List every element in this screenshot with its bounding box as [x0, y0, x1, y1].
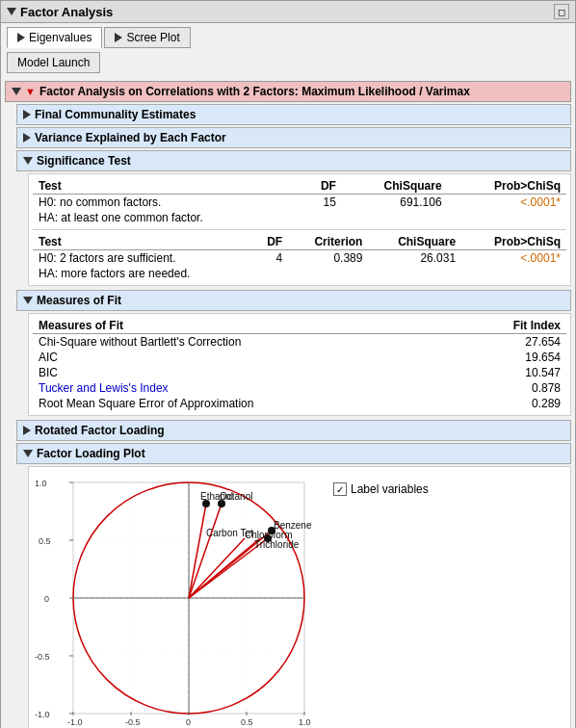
main-section-header[interactable]: ▼ Factor Analysis on Correlations with 2… [5, 81, 571, 102]
sig2-row2-df [252, 266, 289, 281]
rotated-factor-icon [23, 426, 31, 435]
measures-icon [23, 297, 33, 304]
sig1-row1-test: H0: no common factors. [33, 195, 301, 211]
plot-inner: Ethanol Octanol Benzene Carbon Tet Trich… [35, 473, 564, 728]
tab-scree-label: Scree Plot [126, 31, 179, 44]
sig2-col-df: DF [252, 234, 289, 250]
factor-loading-plot-label: Factor Loading Plot [37, 447, 145, 460]
tab-eigenvalues[interactable]: Eigenvalues [7, 27, 102, 48]
main-section-label: Factor Analysis on Correlations with 2 F… [39, 85, 470, 98]
measures-header[interactable]: Measures of Fit [16, 290, 571, 311]
variance-explained-icon [23, 133, 31, 143]
tab-scree-icon [115, 33, 122, 42]
measures-row5-label: Root Mean Square Error of Approximation [33, 396, 456, 411]
plot-container: Ethanol Octanol Benzene Carbon Tet Trich… [28, 466, 571, 728]
plot-legend: ✓ Label variables [333, 473, 429, 496]
sig1-row1-df: 15 [301, 195, 342, 211]
sig2-row1-df: 4 [252, 250, 289, 267]
sig-table-1: Test DF ChiSquare Prob>ChiSq H0: no comm… [33, 178, 566, 225]
tabs-row: Eigenvalues Scree Plot [1, 23, 575, 48]
svg-text:Octanol: Octanol [220, 491, 252, 502]
sig2-col-test: Test [33, 234, 252, 250]
measures-col2-header: Fit Index [456, 318, 566, 334]
window-restore-button[interactable]: ◻ [554, 4, 569, 19]
sig2-row-2: HA: more factors are needed. [33, 266, 566, 281]
measures-row5-value: 0.289 [456, 396, 566, 411]
sig1-row2-test: HA: at least one common factor. [33, 210, 301, 225]
sig2-row-1: H0: 2 factors are sufficient. 4 0.389 26… [33, 250, 566, 267]
svg-text:-1.0: -1.0 [35, 710, 50, 719]
measures-row-5: Root Mean Square Error of Approximation … [33, 396, 566, 411]
subsection-area: Final Communality Estimates Variance Exp… [16, 104, 571, 728]
label-variables-checkbox[interactable]: ✓ [333, 482, 347, 496]
final-communality-label: Final Communality Estimates [35, 108, 196, 121]
sig2-row2-chisq [368, 266, 461, 281]
sig1-row1-prob: <.0001* [448, 195, 566, 211]
sig1-col-df: DF [301, 178, 342, 195]
tab-scree-plot[interactable]: Scree Plot [104, 27, 190, 48]
measures-label: Measures of Fit [37, 294, 121, 307]
measures-row2-label: AIC [33, 350, 456, 365]
sig2-col-criterion: Criterion [288, 234, 368, 250]
tab-eigenvalues-label: Eigenvalues [29, 31, 92, 44]
measures-row-4: Tucker and Lewis's Index 0.878 [33, 380, 566, 396]
tab-eigenvalues-icon [17, 33, 25, 42]
measures-content: Measures of Fit Fit Index Chi-Square wit… [28, 313, 571, 416]
sig2-row2-prob [461, 266, 566, 281]
measures-row3-label: BIC [33, 365, 456, 380]
sig1-col-test: Test [33, 178, 301, 195]
title-bar-left: Factor Analysis [7, 5, 113, 19]
main-window: Factor Analysis ◻ Eigenvalues Scree Plot… [0, 0, 576, 728]
svg-text:Chloroform: Chloroform [245, 530, 292, 540]
final-communality-header[interactable]: Final Communality Estimates [16, 104, 571, 125]
sig2-row1-test: H0: 2 factors are sufficient. [33, 250, 252, 267]
red-arrow-icon: ▼ [25, 86, 36, 97]
sig2-row2-criterion [288, 266, 368, 281]
factor-loading-plot-header[interactable]: Factor Loading Plot [16, 443, 571, 464]
variance-explained-header[interactable]: Variance Explained by Each Factor [16, 127, 571, 148]
svg-text:0.5: 0.5 [39, 536, 51, 546]
significance-test-icon [23, 157, 33, 165]
measures-row3-value: 10.547 [456, 365, 566, 380]
sig1-row-1: H0: no common factors. 15 691.106 <.0001… [33, 195, 566, 211]
main-section-collapse-icon [12, 88, 21, 95]
sig2-row1-chisq: 26.031 [368, 250, 461, 267]
measures-col1-header: Measures of Fit [33, 318, 456, 334]
svg-text:1.0: 1.0 [299, 717, 311, 727]
sig-table-2: Test DF Criterion ChiSquare Prob>ChiSq H… [33, 234, 566, 281]
svg-text:-0.5: -0.5 [125, 717, 141, 727]
svg-text:0.5: 0.5 [241, 717, 253, 727]
label-variables-text: Label variables [351, 482, 429, 496]
significance-test-label: Significance Test [37, 154, 131, 168]
model-launch-button[interactable]: Model Launch [7, 52, 100, 73]
sig1-row-2: HA: at least one common factor. [33, 210, 566, 225]
sig2-col-prob: Prob>ChiSq [461, 234, 566, 250]
final-communality-icon [23, 110, 31, 119]
measures-header-row: Measures of Fit Fit Index [33, 318, 566, 334]
rotated-factor-label: Rotated Factor Loading [35, 424, 165, 437]
significance-test-header[interactable]: Significance Test [16, 150, 571, 171]
sig-divider [33, 229, 566, 230]
sig1-row2-chisq [342, 210, 448, 225]
sig1-row1-chisq: 691.106 [342, 195, 448, 211]
significance-test-content: Test DF ChiSquare Prob>ChiSq H0: no comm… [28, 173, 571, 286]
sig1-col-prob: Prob>ChiSq [448, 178, 566, 195]
sig1-col-chisq: ChiSquare [342, 178, 448, 195]
factor-loading-plot-icon [23, 450, 33, 457]
sig2-row2-test: HA: more factors are needed. [33, 266, 252, 281]
measures-row4-value: 0.878 [456, 380, 566, 396]
measures-row-3: BIC 10.547 [33, 365, 566, 380]
rotated-factor-header[interactable]: Rotated Factor Loading [16, 420, 571, 441]
measures-row4-label: Tucker and Lewis's Index [33, 380, 456, 396]
sig1-row2-prob [448, 210, 566, 225]
sig2-row1-prob: <.0001* [461, 250, 566, 267]
label-variables-row: ✓ Label variables [333, 482, 429, 496]
sig2-col-chisq: ChiSquare [368, 234, 461, 250]
measures-row2-value: 19.654 [456, 350, 566, 365]
svg-text:0: 0 [186, 717, 191, 727]
collapse-icon[interactable] [7, 8, 16, 15]
measures-row-2: AIC 19.654 [33, 350, 566, 365]
title-bar: Factor Analysis ◻ [1, 1, 575, 23]
svg-text:-1.0: -1.0 [67, 717, 83, 727]
svg-text:1.0: 1.0 [35, 479, 47, 488]
